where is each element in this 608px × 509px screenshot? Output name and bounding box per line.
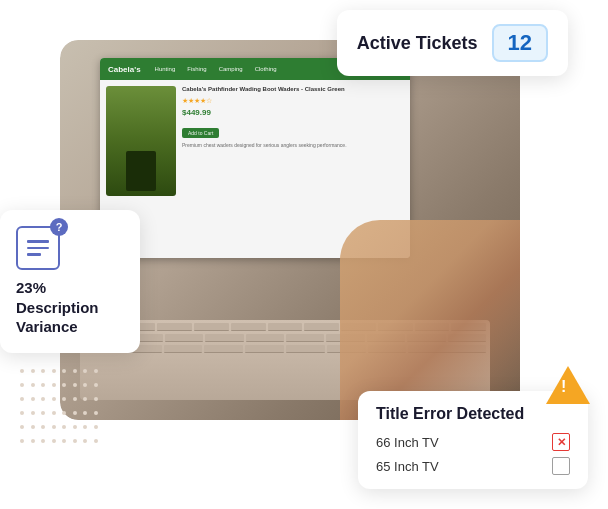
dot — [41, 397, 45, 401]
dot — [83, 425, 87, 429]
dot-pattern: // Will be rendered after body — [20, 369, 100, 449]
dot — [20, 439, 24, 443]
product-description: Premium chest waders designed for seriou… — [182, 142, 404, 149]
icon-line-1 — [27, 240, 49, 243]
error-icon-x: ✕ — [552, 433, 570, 451]
dot — [20, 383, 24, 387]
key — [286, 334, 324, 342]
title-error-item-label-2: 65 Inch TV — [376, 459, 439, 474]
dot — [62, 397, 66, 401]
key — [304, 323, 339, 331]
dot — [41, 369, 45, 373]
dot — [52, 411, 56, 415]
key — [194, 323, 229, 331]
hand-overlay — [340, 220, 520, 420]
description-variance-card: ? 23% Description Variance — [0, 210, 140, 353]
dot — [31, 397, 35, 401]
dot — [83, 411, 87, 415]
key — [164, 345, 203, 353]
dot — [31, 425, 35, 429]
dot — [62, 439, 66, 443]
dot — [94, 383, 98, 387]
title-error-item-1: 66 Inch TV ✕ — [376, 433, 570, 451]
product-image — [106, 86, 176, 196]
desc-icon-wrapper: ? — [16, 226, 60, 270]
dot — [94, 425, 98, 429]
key — [157, 323, 192, 331]
title-error-heading: Title Error Detected — [376, 405, 570, 423]
dot — [73, 397, 77, 401]
dot — [73, 369, 77, 373]
dot — [20, 425, 24, 429]
key — [204, 345, 243, 353]
nav-camping: Camping — [215, 64, 247, 74]
dot — [41, 425, 45, 429]
dot — [73, 383, 77, 387]
dot — [31, 411, 35, 415]
title-error-item-label-1: 66 Inch TV — [376, 435, 439, 450]
dot — [62, 383, 66, 387]
active-tickets-card: Active Tickets 12 — [337, 10, 568, 76]
icon-lines — [27, 240, 49, 256]
dot — [20, 411, 24, 415]
dot — [73, 439, 77, 443]
key — [268, 323, 303, 331]
dot — [94, 369, 98, 373]
dot — [20, 397, 24, 401]
title-error-card: Title Error Detected 66 Inch TV ✕ 65 Inc… — [358, 391, 588, 489]
dot — [62, 425, 66, 429]
dot — [20, 369, 24, 373]
product-title: Cabela's Pathfinder Wading Boot Waders -… — [182, 86, 404, 94]
dot — [83, 439, 87, 443]
dot — [31, 369, 35, 373]
key — [286, 345, 325, 353]
store-logo: Cabela's — [108, 65, 141, 74]
dot — [52, 425, 56, 429]
error-icon-empty — [552, 457, 570, 475]
dot — [83, 397, 87, 401]
nav-hunting: Hunting — [151, 64, 180, 74]
key — [231, 323, 266, 331]
question-badge: ? — [50, 218, 68, 236]
dot — [31, 383, 35, 387]
key — [205, 334, 243, 342]
dot — [52, 397, 56, 401]
dot — [94, 397, 98, 401]
add-to-cart-button[interactable]: Add to Cart — [182, 128, 219, 138]
dot — [62, 411, 66, 415]
triangle-shape — [546, 366, 590, 404]
dot — [41, 411, 45, 415]
active-tickets-label: Active Tickets — [357, 33, 478, 54]
variance-text: 23% Description Variance — [16, 278, 124, 337]
title-error-item-2: 65 Inch TV — [376, 457, 570, 475]
dot — [83, 369, 87, 373]
icon-line-3 — [27, 253, 41, 256]
dot — [94, 411, 98, 415]
dot — [41, 439, 45, 443]
dot — [52, 439, 56, 443]
key — [246, 334, 284, 342]
title-error-list: 66 Inch TV ✕ 65 Inch TV — [376, 433, 570, 475]
active-tickets-count: 12 — [492, 24, 548, 62]
icon-line-2 — [27, 247, 49, 250]
warning-triangle-icon — [546, 366, 590, 404]
dot — [41, 383, 45, 387]
dot — [52, 369, 56, 373]
dot — [83, 383, 87, 387]
dot — [73, 411, 77, 415]
nav-clothing: Clothing — [251, 64, 281, 74]
key — [245, 345, 284, 353]
dot — [62, 369, 66, 373]
nav-fishing: Fishing — [183, 64, 210, 74]
product-price: $449.99 — [182, 108, 404, 117]
dot — [73, 425, 77, 429]
dot — [52, 383, 56, 387]
dot — [94, 439, 98, 443]
key — [165, 334, 203, 342]
product-stars: ★★★★☆ — [182, 97, 404, 105]
dot — [31, 439, 35, 443]
